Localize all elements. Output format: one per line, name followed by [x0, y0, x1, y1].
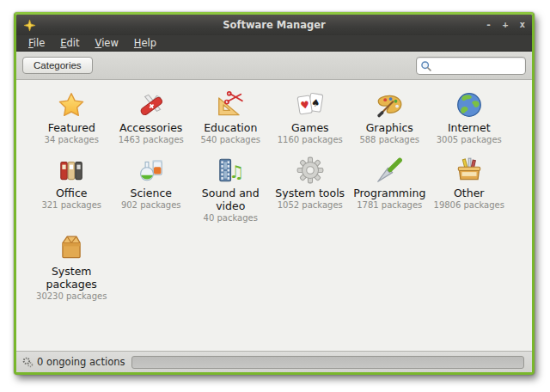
category-label: Sound and video	[191, 187, 270, 212]
category-item[interactable]: Graphics 588 packages	[350, 90, 429, 145]
menu-view[interactable]: View	[89, 36, 125, 50]
category-count: 34 packages	[45, 135, 99, 145]
set-square-scissors-icon	[216, 90, 245, 119]
toolbox-icon	[455, 156, 484, 185]
category-count: 1781 packages	[357, 200, 422, 211]
category-label: Graphics	[366, 121, 413, 134]
window-title: Software Manager	[16, 19, 532, 31]
sparkle-star-icon	[23, 19, 36, 32]
category-count: 1463 packages	[119, 135, 184, 145]
category-grid: Featured 34 packages Accessories 1463 pa…	[16, 80, 532, 302]
playing-cards-icon: ♠♥	[296, 90, 325, 119]
category-count: 3005 packages	[437, 135, 502, 145]
globe-icon	[455, 90, 484, 119]
category-item[interactable]: Office 321 packages	[32, 156, 111, 211]
menu-edit[interactable]: Edit	[53, 36, 86, 50]
category-item[interactable]: Accessories 1463 packages	[112, 90, 191, 145]
category-count: 588 packages	[359, 135, 419, 145]
ongoing-actions-label: 0 ongoing actions	[37, 356, 125, 368]
film-music-icon: ♫	[216, 156, 245, 185]
software-manager-window: Software Manager - + x File Edit View He…	[14, 12, 535, 375]
star-icon	[57, 90, 86, 119]
close-button[interactable]: x	[519, 19, 525, 31]
minimize-button[interactable]: -	[486, 19, 492, 31]
category-label: Office	[56, 187, 88, 199]
category-label: Games	[291, 121, 329, 134]
gears-icon	[22, 357, 34, 368]
category-item[interactable]: Internet 3005 packages	[430, 90, 509, 145]
category-item[interactable]: System tools 1052 packages	[271, 156, 350, 211]
category-item[interactable]: Education 540 packages	[191, 90, 270, 145]
statusbar: 0 ongoing actions	[16, 351, 532, 372]
progress-bar	[131, 356, 524, 369]
content-area: Featured 34 packages Accessories 1463 pa…	[16, 80, 532, 351]
search-icon	[420, 59, 432, 76]
category-count: 19806 packages	[434, 200, 504, 211]
category-label: Featured	[48, 121, 95, 134]
category-count: 1052 packages	[278, 200, 343, 211]
category-label: Internet	[448, 121, 491, 134]
category-count: 1160 packages	[278, 135, 343, 145]
gear-icon	[296, 156, 325, 185]
search-box	[416, 56, 526, 75]
swiss-army-knife-icon	[137, 90, 166, 119]
category-label: Science	[131, 187, 172, 199]
category-label: System packages	[32, 265, 111, 291]
category-label: Education	[204, 121, 257, 134]
category-label: Accessories	[119, 121, 182, 134]
category-label: Programming	[353, 187, 425, 199]
category-item[interactable]: ♫ Sound and video 40 packages	[191, 156, 270, 224]
category-label: System tools	[275, 187, 345, 199]
category-label: Other	[454, 187, 485, 199]
category-item[interactable]: Featured 34 packages	[32, 90, 111, 145]
svg-text:♫: ♫	[229, 162, 245, 182]
category-count: 540 packages	[200, 135, 260, 145]
menu-file[interactable]: File	[21, 36, 52, 50]
menubar: File Edit View Help	[16, 35, 532, 52]
svg-text:♥: ♥	[299, 98, 310, 111]
category-item[interactable]: ♠♥ Games 1160 packages	[271, 90, 350, 145]
binders-icon	[57, 156, 86, 185]
category-item[interactable]: Science 902 packages	[112, 156, 191, 211]
maximize-button[interactable]: +	[503, 19, 509, 31]
category-item[interactable]: System packages 30230 packages	[32, 234, 111, 302]
categories-button[interactable]: Categories	[22, 57, 93, 74]
category-item[interactable]: Programming 1781 packages	[350, 156, 429, 211]
category-count: 902 packages	[121, 200, 181, 211]
menu-help[interactable]: Help	[127, 36, 163, 50]
toolbar: Categories	[16, 52, 532, 80]
category-count: 40 packages	[204, 213, 258, 224]
palette-icon	[375, 90, 404, 119]
search-input[interactable]	[416, 57, 526, 75]
category-count: 30230 packages	[36, 291, 107, 302]
titlebar: Software Manager - + x	[16, 15, 532, 35]
flasks-icon	[137, 156, 166, 185]
category-count: 321 packages	[41, 200, 101, 211]
category-item[interactable]: Other 19806 packages	[430, 156, 509, 211]
package-box-icon	[57, 234, 86, 263]
trowel-icon	[375, 156, 404, 185]
